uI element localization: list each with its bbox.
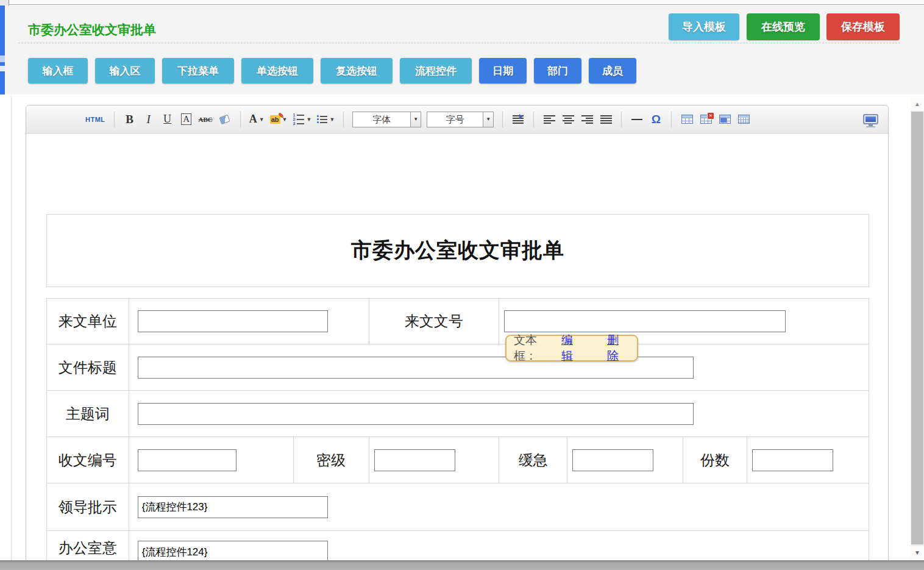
scrollbar-thumb[interactable] <box>911 112 923 544</box>
highlight-icon: ab✎ <box>270 115 280 124</box>
table-icon <box>681 115 693 124</box>
widget-checkbox-button[interactable]: 复选按钮 <box>321 58 393 84</box>
fullscreen-button[interactable] <box>863 111 878 128</box>
boxed-text-button[interactable]: A <box>181 113 191 125</box>
align-right-icon <box>581 115 593 124</box>
horizontal-rule-icon <box>631 119 642 120</box>
table-properties-button[interactable] <box>737 111 750 128</box>
table-properties-icon <box>738 115 750 124</box>
align-justify-icon <box>600 115 612 124</box>
delete-link[interactable]: 删除 <box>607 332 630 364</box>
tooltip-type-label: 文本框： <box>514 332 559 364</box>
window-corner <box>0 0 9 5</box>
urgency-input[interactable] <box>572 449 653 471</box>
widget-date-button[interactable]: 日期 <box>479 58 527 84</box>
office-input[interactable] <box>138 541 328 563</box>
toolbar-separator <box>343 112 344 127</box>
copies-input[interactable] <box>752 449 833 471</box>
form-row-unit: 来文单位 来文文号 <box>47 299 869 344</box>
form-label-secrecy: 密级 <box>293 437 369 483</box>
form-row-doc-title: 文件标题 <box>47 344 869 391</box>
eraser-icon <box>219 114 230 124</box>
editor-toolbar: HTML B I U A ABC A▼ ab✎▼ 1 2 3 ▼ ▼ <box>26 105 888 134</box>
html-source-button[interactable]: HTML <box>85 111 105 128</box>
sliver-mark <box>0 55 5 62</box>
form-label-copies: 份数 <box>683 437 747 483</box>
receipt-no-input[interactable] <box>138 449 236 471</box>
align-left-button[interactable] <box>542 111 556 128</box>
special-char-button[interactable]: Ω <box>649 111 663 128</box>
secrecy-input[interactable] <box>374 449 455 471</box>
online-preview-button[interactable]: 在线预览 <box>747 13 820 40</box>
italic-button[interactable]: I <box>142 111 155 128</box>
form-title-block: 市委办公室收文审批单 <box>46 214 869 287</box>
widget-dropdown-button[interactable]: 下拉菜单 <box>162 58 234 84</box>
toolbar-separator <box>240 112 241 127</box>
ordered-list-button[interactable]: 1 2 3 ▼ <box>293 111 311 128</box>
align-left-icon <box>544 115 555 124</box>
form-label-receipt-no: 收文编号 <box>47 437 129 483</box>
docno-input[interactable] <box>504 310 786 332</box>
monitor-icon <box>863 114 878 124</box>
font-color-button[interactable]: A▼ <box>249 111 265 128</box>
delete-table-button[interactable] <box>699 111 713 128</box>
align-right-button[interactable] <box>580 111 594 128</box>
widget-input-box-button[interactable]: 输入框 <box>28 58 88 84</box>
page-header: 市委办公室收文审批单 导入模板 在线预览 保存模板 输入框 输入区 下拉菜单 单… <box>5 5 924 94</box>
chevron-down-icon: ▼ <box>329 116 335 123</box>
widget-department-button[interactable]: 部门 <box>534 58 581 84</box>
sliver-mark <box>0 66 5 71</box>
form-label-docno: 来文文号 <box>369 299 499 344</box>
form-row-subject: 主题词 <box>47 391 869 437</box>
indent-button[interactable] <box>511 111 525 128</box>
unordered-list-icon <box>317 115 327 123</box>
form-label-unit: 来文单位 <box>47 299 129 344</box>
header-divider <box>18 43 900 43</box>
widget-radio-button[interactable]: 单选按钮 <box>241 58 313 84</box>
font-size-select[interactable]: 字号 ▼ <box>427 112 494 127</box>
chevron-down-icon[interactable]: ▼ <box>410 112 421 127</box>
cell-properties-button[interactable] <box>718 111 731 128</box>
ordered-list-icon: 1 2 3 <box>293 113 304 125</box>
scroll-down-arrow-icon[interactable]: ▼ <box>911 546 924 560</box>
form-label-leader: 领导批示 <box>47 483 129 531</box>
insert-table-button[interactable] <box>680 111 694 128</box>
delete-table-icon <box>700 115 712 124</box>
save-template-button[interactable]: 保存模板 <box>826 13 900 40</box>
toolbar-separator <box>502 112 503 127</box>
chevron-down-icon: ▼ <box>306 116 311 123</box>
widget-flow-control-button[interactable]: 流程控件 <box>400 58 472 84</box>
form-row-receipt: 收文编号 密级 缓急 份数 <box>47 437 869 483</box>
cell-properties-icon <box>719 115 731 124</box>
align-center-button[interactable] <box>561 111 575 128</box>
font-family-select[interactable]: 字体 ▼ <box>352 112 421 127</box>
widget-textarea-button[interactable]: 输入区 <box>95 58 155 84</box>
widget-member-button[interactable]: 成员 <box>589 58 636 84</box>
approval-form-table: 来文单位 来文文号 文件标题 主题词 收文编号 密级 缓急 份数 领导批示 <box>46 298 869 570</box>
edit-link[interactable]: 编辑 <box>561 332 584 364</box>
subject-input[interactable] <box>138 403 694 425</box>
toolbar-separator <box>621 112 622 127</box>
horizontal-rule-button[interactable] <box>630 111 644 128</box>
page-title: 市委办公室收文审批单 <box>28 21 156 38</box>
unordered-list-button[interactable]: ▼ <box>317 111 335 128</box>
unit-input[interactable] <box>138 310 328 332</box>
toolbar-separator <box>533 112 534 127</box>
highlight-color-button[interactable]: ab✎▼ <box>270 111 288 128</box>
underline-button[interactable]: U <box>161 111 174 128</box>
strikethrough-button[interactable]: ABC <box>199 111 213 128</box>
widget-button-row: 输入框 输入区 下拉菜单 单选按钮 复选按钮 流程控件 日期 部门 成员 <box>28 58 636 84</box>
align-justify-button[interactable] <box>599 111 613 128</box>
form-label-urgency: 缓急 <box>499 437 567 483</box>
form-row-leader: 领导批示 <box>47 483 869 531</box>
import-template-button[interactable]: 导入模板 <box>669 13 739 40</box>
remove-format-button[interactable] <box>218 111 232 128</box>
vertical-scrollbar[interactable]: ▲ ▼ <box>911 98 924 560</box>
chevron-down-icon[interactable]: ▼ <box>483 112 493 127</box>
scroll-up-arrow-icon[interactable]: ▲ <box>911 98 924 111</box>
bold-button[interactable]: B <box>123 111 137 128</box>
leader-input[interactable] <box>138 496 328 518</box>
rich-text-editor: HTML B I U A ABC A▼ ab✎▼ 1 2 3 ▼ ▼ <box>26 105 889 570</box>
background-window-sliver <box>0 5 5 94</box>
widget-tooltip: 文本框： 编辑 删除 <box>505 335 638 362</box>
